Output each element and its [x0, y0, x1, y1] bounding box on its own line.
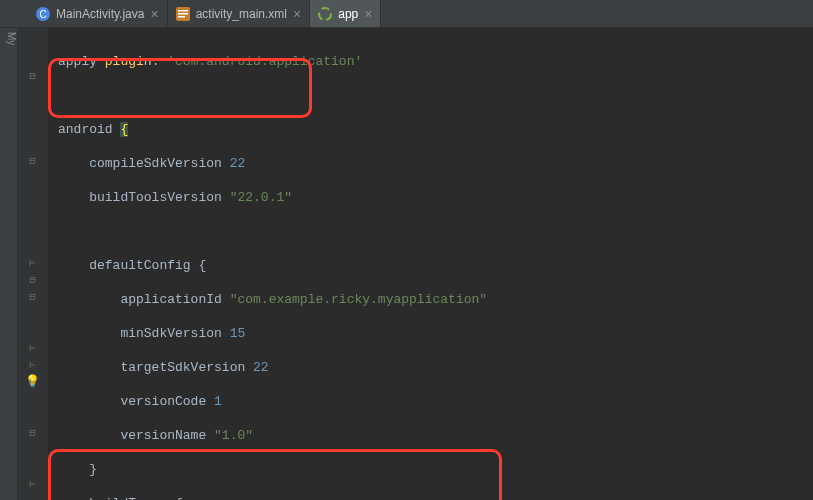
tab-label: app — [338, 7, 358, 21]
code-line: minSdkVersion 15 — [58, 325, 813, 342]
close-icon[interactable]: × — [364, 6, 372, 22]
gutter[interactable]: ⊟ ⊟ ⊢ ⊟ ⊟ ⊢ ⊢ 💡 ⊢ ⊟ ⊢ — [18, 28, 48, 500]
svg-point-6 — [319, 8, 331, 20]
code-line — [58, 223, 813, 240]
close-icon[interactable]: × — [150, 6, 158, 22]
code-line: buildToolsVersion "22.0.1" — [58, 189, 813, 206]
class-file-icon: C — [36, 7, 50, 21]
close-icon[interactable]: × — [293, 6, 301, 22]
fold-toggle-icon[interactable]: ⊟ — [27, 70, 38, 81]
fold-end-icon[interactable]: ⊢ — [27, 478, 38, 489]
tab-label: MainActivity.java — [56, 7, 144, 21]
code-editor[interactable]: apply plugin: 'com.android.application' … — [48, 28, 813, 500]
tab-bar: C MainActivity.java × activity_main.xml … — [0, 0, 813, 28]
code-line: apply plugin: 'com.android.application' — [58, 53, 813, 70]
code-line: compileSdkVersion 22 — [58, 155, 813, 172]
tool-window-bar[interactable]: My — [0, 28, 18, 500]
fold-toggle-icon[interactable]: ⊟ — [27, 155, 38, 166]
tab-label: activity_main.xml — [196, 7, 287, 21]
xml-file-icon — [176, 7, 190, 21]
tab-activity-main-xml[interactable]: activity_main.xml × — [168, 0, 311, 27]
gradle-icon — [318, 7, 332, 21]
code-line — [58, 87, 813, 104]
fold-end-icon[interactable]: ⊢ — [27, 359, 38, 370]
svg-rect-3 — [178, 10, 188, 12]
code-line: } — [58, 461, 813, 478]
fold-end-icon[interactable]: ⊢ — [27, 257, 38, 268]
fold-toggle-icon[interactable]: ⊟ — [27, 427, 38, 438]
editor-container: My ⊟ ⊟ ⊢ ⊟ ⊟ ⊢ ⊢ 💡 ⊢ ⊟ ⊢ apply plugin: '… — [0, 28, 813, 500]
tab-app-gradle[interactable]: app × — [310, 0, 381, 27]
code-line: android { — [58, 121, 813, 138]
fold-end-icon[interactable]: ⊢ — [27, 342, 38, 353]
code-line: versionCode 1 — [58, 393, 813, 410]
code-line: applicationId "com.example.ricky.myappli… — [58, 291, 813, 308]
fold-end-icon[interactable]: ⊢ — [27, 376, 38, 387]
code-line: targetSdkVersion 22 — [58, 359, 813, 376]
code-line: defaultConfig { — [58, 257, 813, 274]
fold-toggle-icon[interactable]: ⊟ — [27, 274, 38, 285]
svg-rect-5 — [178, 16, 185, 18]
fold-toggle-icon[interactable]: ⊟ — [27, 291, 38, 302]
tab-main-activity[interactable]: C MainActivity.java × — [28, 0, 168, 27]
code-line: versionName "1.0" — [58, 427, 813, 444]
code-line: buildTypes { — [58, 495, 813, 500]
svg-text:C: C — [39, 9, 46, 20]
svg-rect-4 — [178, 13, 188, 15]
